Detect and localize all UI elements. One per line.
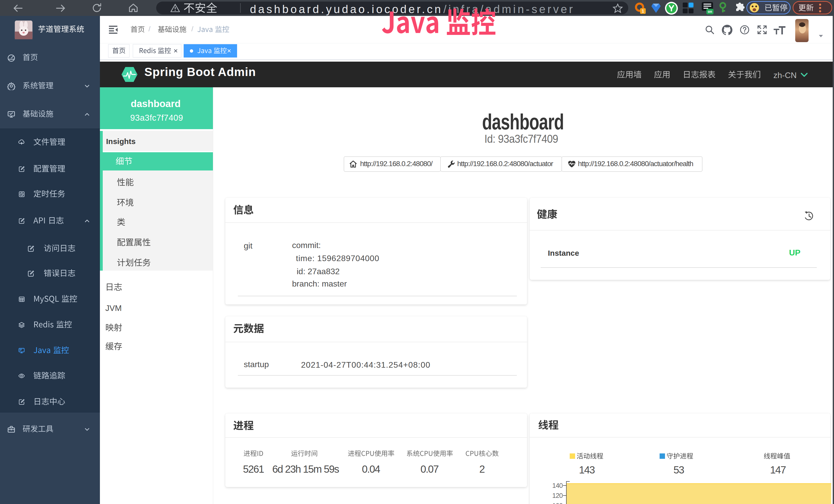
svg-text:1: 1 <box>642 9 644 13</box>
svg-text:on: on <box>708 9 712 14</box>
